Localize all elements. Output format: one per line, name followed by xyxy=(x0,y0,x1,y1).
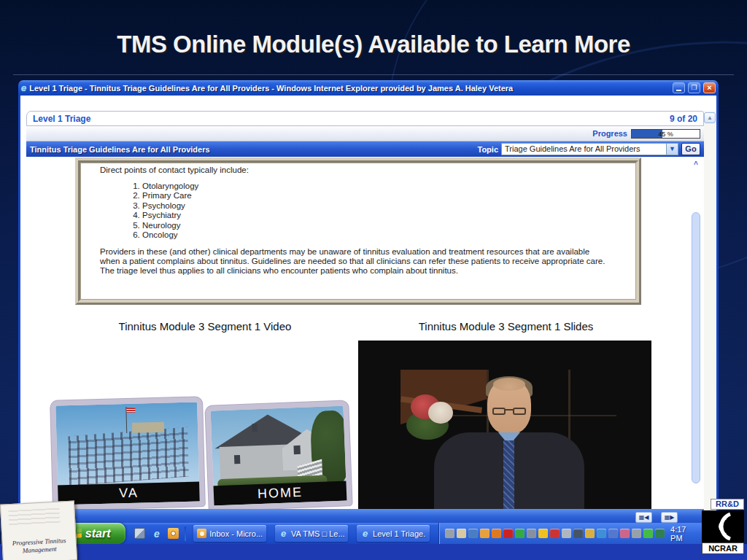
task-label: VA TMS □ Le... xyxy=(291,529,344,538)
ncrar-swirl-icon xyxy=(702,510,744,542)
minimize-button[interactable] xyxy=(673,82,685,93)
progress-label: Progress xyxy=(592,129,627,138)
tray-icon[interactable] xyxy=(632,529,641,538)
pamphlet-texture xyxy=(8,508,60,526)
topic-bar-title: Tinnitus Triage Guidelines Are for All P… xyxy=(30,145,210,154)
tray-icon[interactable] xyxy=(562,529,571,538)
caption-slides: Tinnitus Module 3 Segment 1 Slides xyxy=(351,320,661,332)
ptm-pamphlet-image: Progressive Tinnitus Management xyxy=(0,500,77,560)
home-window-graphic xyxy=(234,455,240,464)
internet-explorer-icon: e xyxy=(21,82,26,93)
internet-explorer-icon: e xyxy=(360,529,370,538)
pamphlet-title: Progressive Tinnitus Management xyxy=(2,536,76,556)
outlook-icon[interactable] xyxy=(168,528,179,539)
slide-title: TMS Online Module(s) Available to Learn … xyxy=(0,31,747,58)
home-video-thumbnail[interactable]: HOME xyxy=(205,400,352,509)
show-desktop-icon[interactable] xyxy=(134,528,145,539)
window-scrollbar[interactable]: ▲ ▼ xyxy=(704,111,716,526)
studio-frame xyxy=(400,370,616,509)
task-label: Inbox - Micro... xyxy=(209,529,263,538)
tray-icon[interactable] xyxy=(550,529,560,538)
close-button[interactable]: × xyxy=(703,82,716,93)
internet-explorer-icon: e xyxy=(279,529,288,538)
tray-icon[interactable] xyxy=(585,529,595,538)
topic-label: Topic xyxy=(477,145,498,154)
previous-page-button[interactable]: ▦◀ xyxy=(635,512,652,523)
slides-video-player[interactable] xyxy=(358,341,651,509)
tray-icon[interactable] xyxy=(527,529,536,538)
list-item: Psychiatry xyxy=(142,211,622,220)
tray-icon[interactable] xyxy=(643,529,653,538)
scrollbar-thumb[interactable] xyxy=(692,212,700,483)
list-item: Primary Care xyxy=(142,191,622,201)
contact-list: Otolaryngology Primary Care Psychology P… xyxy=(131,182,622,240)
home-window-graphic xyxy=(252,424,257,432)
next-page-button[interactable]: ▦▶ xyxy=(661,512,678,523)
tray-icon[interactable] xyxy=(457,529,466,538)
ncrar-logo: NCRAR xyxy=(702,542,744,554)
va-label: VA xyxy=(55,481,203,505)
tray-icon[interactable] xyxy=(468,529,478,538)
caption-video: Tinnitus Module 3 Segment 1 Video xyxy=(44,320,365,332)
task-label: Level 1 Triage... xyxy=(373,529,426,538)
text-panel: Direct points of contact typically inclu… xyxy=(75,158,641,305)
tray-icon[interactable] xyxy=(515,529,525,538)
taskbar: start e Inbox - Micro... e VA TMS □ Le..… xyxy=(55,523,702,544)
glasses-lens xyxy=(513,408,526,415)
minimize-icon xyxy=(676,86,681,91)
tray-icon[interactable] xyxy=(655,529,665,538)
restore-button[interactable]: ❐ xyxy=(688,82,700,93)
va-video-thumbnail[interactable]: VA xyxy=(50,397,205,509)
taskbar-clock: 4:17 PM xyxy=(670,525,696,542)
scroll-up-button[interactable]: ▲ xyxy=(704,112,716,123)
title-divider xyxy=(13,74,734,75)
chevron-down-icon[interactable]: ▼ xyxy=(666,144,678,155)
window-frame: Level 1 Triage 9 of 20 Progress 45 % Tin… xyxy=(18,96,719,523)
tray-icon[interactable] xyxy=(503,529,513,538)
rrd-logo: RR&D xyxy=(711,499,744,510)
close-icon: × xyxy=(707,84,711,92)
taskbar-task-vatms[interactable]: e VA TMS □ Le... xyxy=(275,525,348,542)
restore-icon: ❐ xyxy=(691,85,697,91)
taskbar-task-inbox[interactable]: Inbox - Micro... xyxy=(193,525,266,542)
glasses-bridge xyxy=(506,409,513,411)
scroll-up-icon[interactable]: ^ xyxy=(691,160,701,170)
module-name: Level 1 Triage xyxy=(33,114,90,124)
quick-launch: e xyxy=(125,526,193,541)
list-item: Oncology xyxy=(142,230,622,240)
tie-graphic xyxy=(503,440,514,509)
glasses-lens xyxy=(492,408,506,415)
browser-window: e Level 1 Triage - Tinnitus Triage Guide… xyxy=(18,80,719,523)
tray-icon[interactable] xyxy=(608,529,618,538)
go-button[interactable]: Go xyxy=(681,143,700,155)
taskbar-divider xyxy=(185,526,186,541)
topic-bar: Tinnitus Triage Guidelines Are for All P… xyxy=(26,141,704,157)
outlook-icon xyxy=(197,529,206,538)
topic-select[interactable]: Triage Guidelines Are for All Providers … xyxy=(501,143,678,155)
home-window-graphic xyxy=(293,446,300,454)
tray-icon[interactable] xyxy=(480,529,489,538)
tray-icon[interactable] xyxy=(620,529,630,538)
progress-bar: 45 % xyxy=(631,129,700,139)
us-flag-graphic xyxy=(126,408,135,413)
progress-row: Progress 45 % xyxy=(26,126,704,141)
va-building-graphic xyxy=(68,427,188,486)
tray-icon[interactable] xyxy=(538,529,548,538)
taskbar-task-level1[interactable]: e Level 1 Triage... xyxy=(357,525,430,542)
content-scrollbar[interactable]: ^ xyxy=(691,157,701,509)
tray-icon[interactable] xyxy=(573,529,583,538)
topic-selected-option: Triage Guidelines Are for All Providers xyxy=(505,144,640,153)
tray-icon[interactable] xyxy=(445,529,454,538)
logo-stack: RR&D NCRAR xyxy=(699,499,746,554)
start-label: start xyxy=(85,527,111,540)
desktop-strip xyxy=(0,544,747,560)
page-content: Direct points of contact typically inclu… xyxy=(26,157,691,509)
white-flowers-graphic xyxy=(428,402,453,424)
list-item: Psychology xyxy=(142,201,622,211)
window-titlebar[interactable]: e Level 1 Triage - Tinnitus Triage Guide… xyxy=(18,80,719,96)
presenter-forehead-graphic xyxy=(493,378,525,391)
tray-icon[interactable] xyxy=(492,529,501,538)
tray-icon[interactable] xyxy=(597,529,606,538)
module-header: Level 1 Triage 9 of 20 xyxy=(26,111,704,126)
internet-explorer-icon[interactable]: e xyxy=(151,528,162,539)
